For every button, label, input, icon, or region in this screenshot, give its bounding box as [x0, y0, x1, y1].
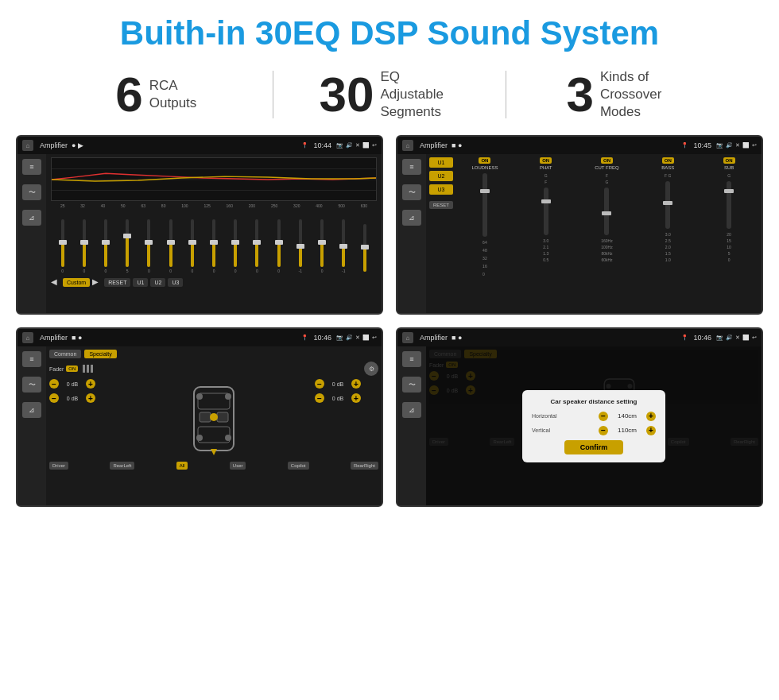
- fader-sidebar-eq-icon[interactable]: ≡: [22, 351, 41, 367]
- confirm-button[interactable]: Confirm: [564, 440, 624, 454]
- cutfreq-slider[interactable]: [604, 188, 609, 235]
- phat-slider[interactable]: [544, 188, 548, 235]
- rearleft-btn[interactable]: RearLeft: [110, 462, 134, 470]
- phat-on-label[interactable]: ON: [540, 157, 552, 164]
- camera-icon: 📷: [336, 142, 343, 149]
- distance-home-icon[interactable]: ⌂: [402, 332, 413, 343]
- eq-status-bar: ⌂ Amplifier ● ▶ 📍 10:44 📷 🔊 ✕ ⬜ ↩: [17, 137, 382, 154]
- sidebar-vol-icon[interactable]: ⊿: [22, 210, 41, 226]
- fader-right-controls: − 0 dB + − 0 dB +: [315, 379, 378, 458]
- stat-number-rca: 6: [115, 70, 142, 119]
- u2-button-eq[interactable]: U2: [150, 278, 165, 287]
- eq-slider-1[interactable]: 0: [52, 219, 72, 273]
- crossover-home-icon[interactable]: ⌂: [402, 140, 413, 151]
- copilot-btn[interactable]: Copilot: [288, 462, 309, 470]
- svg-rect-4: [198, 393, 230, 409]
- eq-slider-2[interactable]: 0: [74, 219, 94, 273]
- crossover-sidebar-eq-icon[interactable]: ≡: [402, 159, 421, 175]
- preset-u3[interactable]: U3: [429, 184, 453, 195]
- eq-slider-12[interactable]: -1: [290, 219, 310, 273]
- crossover-reset-button[interactable]: RESET: [429, 201, 453, 209]
- u3-button-eq[interactable]: U3: [168, 278, 183, 287]
- vertical-plus[interactable]: +: [646, 426, 656, 435]
- cutfreq-on-label[interactable]: ON: [601, 157, 613, 164]
- dialog-vertical-row: Vertical − 110cm +: [532, 426, 656, 435]
- fader-sidebar-wave-icon[interactable]: 〜: [22, 377, 41, 393]
- db3-minus[interactable]: −: [315, 379, 324, 389]
- db4-value: 0 dB: [327, 396, 349, 401]
- db2-minus[interactable]: −: [49, 393, 59, 403]
- sidebar-wave-icon[interactable]: 〜: [22, 184, 41, 200]
- eq-slider-11[interactable]: 0: [269, 219, 289, 273]
- crossover-sidebar-wave-icon[interactable]: 〜: [402, 184, 421, 200]
- horizontal-plus[interactable]: +: [646, 412, 656, 421]
- window-icon: ⬜: [362, 142, 370, 149]
- eq-slider-7[interactable]: 0: [182, 219, 202, 273]
- db1-plus[interactable]: +: [86, 379, 95, 389]
- page-title: Buith-in 30EQ DSP Sound System: [16, 14, 763, 52]
- eq-slider-15[interactable]: [355, 224, 375, 273]
- tab-specialty[interactable]: Specialty: [84, 350, 116, 358]
- xover-cutfreq-channel: ON CUT FREQ F G 160Hz 100Hz 80kHz 60kHz: [578, 157, 637, 310]
- tab-common[interactable]: Common: [49, 350, 81, 358]
- reset-button-eq[interactable]: RESET: [104, 278, 130, 287]
- loudness-on-label[interactable]: ON: [479, 157, 490, 164]
- fader-back-icon[interactable]: ↩: [372, 335, 377, 341]
- eq-slider-10[interactable]: 0: [247, 219, 267, 273]
- db3-plus[interactable]: +: [351, 379, 361, 389]
- sub-on-label[interactable]: ON: [723, 157, 735, 164]
- db2-value: 0 dB: [61, 396, 83, 401]
- sidebar-eq-icon[interactable]: ≡: [22, 159, 41, 175]
- eq-slider-8[interactable]: 0: [203, 219, 223, 273]
- eq-slider-5[interactable]: 0: [139, 219, 159, 273]
- bass-slider[interactable]: [665, 181, 670, 229]
- db1-minus[interactable]: −: [49, 379, 59, 389]
- play-next-icon[interactable]: ▶: [92, 277, 102, 287]
- crossover-back-icon[interactable]: ↩: [752, 142, 757, 149]
- crossover-location-icon: 📍: [681, 142, 688, 149]
- eq-slider-14[interactable]: -1: [334, 219, 354, 273]
- loudness-slider[interactable]: [483, 173, 487, 237]
- crossover-sidebar-vol-icon[interactable]: ⊿: [402, 210, 421, 226]
- all-btn[interactable]: All: [176, 462, 188, 470]
- db1-value: 0 dB: [61, 381, 83, 387]
- driver-btn[interactable]: Driver: [49, 462, 68, 470]
- custom-button[interactable]: Custom: [63, 278, 90, 287]
- eq-slider-3[interactable]: 0: [95, 219, 115, 273]
- stat-crossover: 3 Kinds ofCrossover Modes: [514, 68, 731, 121]
- db4-plus[interactable]: +: [351, 393, 361, 403]
- back-icon[interactable]: ↩: [372, 142, 377, 149]
- stat-text-crossover: Kinds ofCrossover Modes: [600, 68, 680, 121]
- play-prev-icon[interactable]: ◀: [51, 277, 60, 287]
- u1-button-eq[interactable]: U1: [133, 278, 148, 287]
- distance-back-icon[interactable]: ↩: [752, 335, 757, 341]
- fader-sidebar-vol-icon[interactable]: ⊿: [22, 402, 41, 418]
- rearright-btn[interactable]: RearRight: [351, 462, 378, 470]
- horizontal-minus[interactable]: −: [599, 412, 608, 421]
- fader-on-badge[interactable]: ON: [66, 365, 78, 372]
- fader-main-area: Common Specialty Fader ON ⚙: [46, 346, 382, 505]
- db4-minus[interactable]: −: [315, 393, 324, 403]
- fader-home-icon[interactable]: ⌂: [22, 332, 33, 343]
- db2-plus[interactable]: +: [86, 393, 95, 403]
- eq-slider-9[interactable]: 0: [226, 219, 246, 273]
- distance-sidebar-wave-icon[interactable]: 〜: [402, 377, 421, 393]
- eq-slider-6[interactable]: 0: [161, 219, 180, 273]
- eq-slider-13[interactable]: 0: [312, 219, 331, 273]
- eq-slider-4[interactable]: 5: [118, 219, 138, 273]
- fader-settings-icon[interactable]: ⚙: [364, 362, 378, 376]
- user-btn[interactable]: User: [230, 462, 246, 470]
- bass-label: BASS: [661, 165, 674, 170]
- vertical-minus[interactable]: −: [599, 426, 608, 435]
- crossover-screen-body: ≡ 〜 ⊿ U1 U2 U3 RESET ON LOUDNESS: [397, 154, 762, 313]
- home-icon[interactable]: ⌂: [22, 140, 33, 151]
- distance-sidebar-vol-icon[interactable]: ⊿: [402, 402, 421, 418]
- distance-sidebar-eq-icon[interactable]: ≡: [402, 351, 421, 367]
- sub-slider[interactable]: [727, 181, 731, 229]
- stat-number-eq: 30: [320, 70, 374, 119]
- preset-u1[interactable]: U1: [429, 157, 453, 168]
- preset-u2[interactable]: U2: [429, 171, 453, 181]
- bass-on-label[interactable]: ON: [662, 157, 674, 164]
- horizontal-value: 140cm: [611, 412, 643, 420]
- volume-icon: 🔊: [346, 142, 353, 149]
